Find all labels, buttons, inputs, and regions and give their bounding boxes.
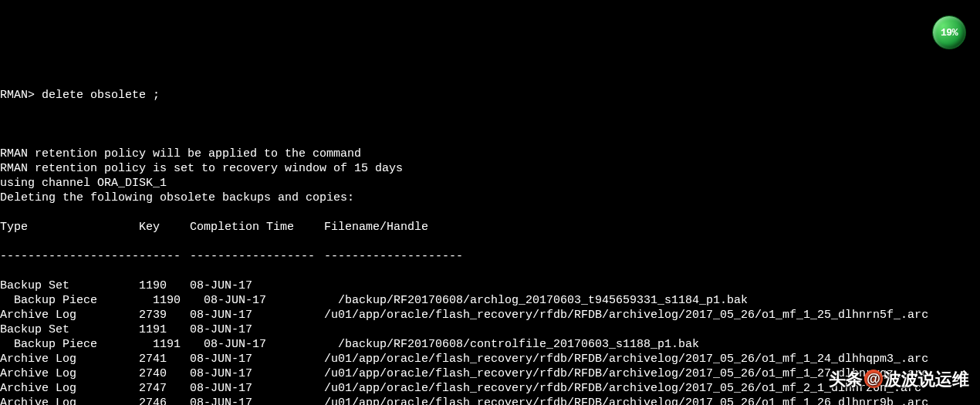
- table-row: Backup Set119108-JUN-17: [0, 322, 980, 337]
- cell-file: /u01/app/oracle/flash_recovery/rfdb/RFDB…: [324, 396, 980, 405]
- output-line: RMAN retention policy will be applied to…: [0, 147, 980, 161]
- cell-time: 08-JUN-17: [190, 381, 324, 396]
- output-line: Deleting the following obsolete backups …: [0, 191, 980, 205]
- cell-type: Archive Log: [0, 352, 139, 366]
- cell-key: 1191: [139, 322, 190, 337]
- table-row: Archive Log274108-JUN-17/u01/app/oracle/…: [0, 352, 980, 366]
- command-text: delete obsolete ;: [42, 89, 160, 102]
- table-row: Backup Set119008-JUN-17: [0, 278, 980, 293]
- table-row: Backup Piece119108-JUN-17/backup/RF20170…: [0, 337, 980, 352]
- cell-type: Backup Set: [0, 322, 139, 337]
- cell-type: Archive Log: [0, 366, 139, 381]
- watermark: 头条 @ 波波说运维: [829, 370, 969, 388]
- terminal-output[interactable]: RMAN> delete obsolete ; RMAN retention p…: [0, 73, 980, 405]
- cell-key: 1190: [139, 278, 190, 293]
- rman-prompt: RMAN>: [0, 89, 42, 102]
- table-row: Archive Log274608-JUN-17/u01/app/oracle/…: [0, 396, 980, 405]
- cell-time: 08-JUN-17: [190, 322, 324, 337]
- cell-key: 2740: [139, 366, 190, 381]
- output-line: using channel ORA_DISK_1: [0, 176, 980, 191]
- cell-time: 08-JUN-17: [190, 278, 324, 293]
- cell-key: 2746: [139, 396, 190, 405]
- cell-type: Backup Set: [0, 278, 139, 293]
- cell-key: 2741: [139, 352, 190, 366]
- cell-time: 08-JUN-17: [190, 352, 324, 366]
- cell-file: /u01/app/oracle/flash_recovery/rfdb/RFDB…: [324, 308, 980, 322]
- cell-type: Archive Log: [0, 396, 139, 405]
- at-icon: @: [864, 370, 883, 388]
- cell-file: [324, 322, 980, 337]
- cell-type: Backup Piece: [0, 337, 153, 352]
- cell-time: 08-JUN-17: [190, 366, 324, 381]
- table-row: Backup Piece119008-JUN-17/backup/RF20170…: [0, 293, 980, 308]
- header-file: Filename/Handle: [324, 220, 980, 235]
- header-key: Key: [139, 220, 190, 235]
- cell-key: 1191: [153, 337, 204, 352]
- cell-file: /backup/RF20170608/controlfile_20170603_…: [338, 337, 980, 352]
- cell-file: /backup/RF20170608/archlog_20170603_t945…: [338, 293, 980, 308]
- watermark-label: 头条: [829, 372, 863, 386]
- header-type: Type: [0, 220, 139, 235]
- cell-type: Backup Piece: [0, 293, 153, 308]
- cell-time: 08-JUN-17: [190, 308, 324, 322]
- cell-file: /u01/app/oracle/flash_recovery/rfdb/RFDB…: [324, 352, 980, 366]
- table-header: TypeKeyCompletion TimeFilename/Handle: [0, 220, 980, 235]
- cell-time: 08-JUN-17: [190, 396, 324, 405]
- badge-value: 19%: [941, 25, 958, 40]
- cell-type: Archive Log: [0, 381, 139, 396]
- watermark-author: 波波说运维: [884, 372, 969, 386]
- cell-time: 08-JUN-17: [204, 337, 338, 352]
- cell-key: 1190: [153, 293, 204, 308]
- cell-time: 08-JUN-17: [204, 293, 338, 308]
- cell-key: 2747: [139, 381, 190, 396]
- blank-line: [0, 117, 980, 132]
- cell-key: 2739: [139, 308, 190, 322]
- prompt-line: RMAN> delete obsolete ;: [0, 88, 980, 103]
- cell-file: [324, 278, 980, 293]
- output-line: RMAN retention policy is set to recovery…: [0, 161, 980, 176]
- header-time: Completion Time: [190, 220, 324, 235]
- table-row: Archive Log273908-JUN-17/u01/app/oracle/…: [0, 308, 980, 322]
- cell-type: Archive Log: [0, 308, 139, 322]
- table-separator: ----------------------------------------…: [0, 249, 980, 264]
- progress-badge: 19%: [932, 15, 966, 49]
